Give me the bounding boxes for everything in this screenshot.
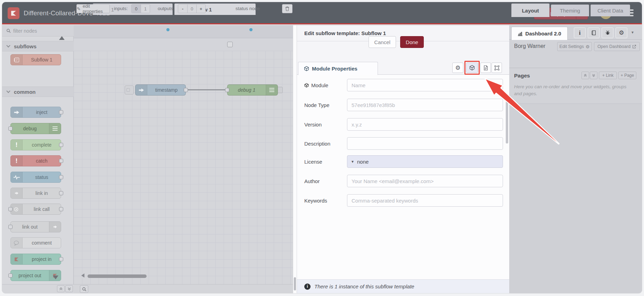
author-label: Author (304, 175, 320, 187)
palette-scroll-down-icon[interactable] (53, 276, 58, 279)
outputs-label: outputs: (158, 6, 174, 11)
output-port[interactable] (59, 257, 63, 261)
node-red-window: Different-Collared-Dove-4521 Deploy ▾ su… (2, 2, 642, 293)
palette-section-subflows[interactable]: subflows (2, 41, 74, 51)
pages-list-area (509, 104, 642, 293)
node-type-input[interactable] (347, 99, 503, 111)
done-button[interactable]: Done (400, 36, 424, 48)
edit-properties-tab-button[interactable]: ⚙ (452, 63, 463, 73)
open-dashboard-button[interactable]: Open Dashboard (594, 42, 640, 51)
subflow-stub-node[interactable] (125, 85, 134, 94)
description-tab-button[interactable] (480, 63, 491, 73)
bar-chart-icon (518, 31, 523, 36)
tab-layout[interactable]: Layout (511, 3, 550, 17)
palette-node-inject[interactable]: inject (10, 107, 61, 118)
license-select[interactable]: ▾ none (347, 155, 503, 168)
move-up-button[interactable] (581, 72, 589, 79)
palette-node-link-call[interactable]: link call (10, 204, 61, 215)
sidebar-expand-caret[interactable]: ▾ (631, 30, 634, 35)
edit-properties-button[interactable]: ✎ edit properties (76, 4, 110, 13)
settings-tab-button[interactable]: ⚙ (616, 27, 627, 38)
palette-section-common[interactable]: common (2, 87, 74, 97)
delete-subflow-button[interactable] (282, 4, 292, 13)
description-input[interactable] (347, 137, 503, 150)
canvas-node-debug-1[interactable]: debug 1 (227, 84, 278, 96)
output-port[interactable] (59, 159, 63, 163)
unsaved-changes-dot (249, 28, 253, 31)
output-port[interactable] (59, 207, 63, 211)
input-port[interactable] (8, 273, 13, 278)
status-node-checkbox[interactable] (227, 42, 233, 47)
move-down-button[interactable] (590, 72, 597, 79)
tray-resize-handle[interactable] (293, 25, 297, 293)
edit-settings-button[interactable]: Edit Settings ⚙ (557, 42, 592, 51)
inputs-toggle[interactable]: 0 1 (131, 4, 150, 13)
canvas-search-button[interactable] (80, 285, 88, 293)
palette-scroll-up-icon[interactable] (59, 36, 65, 40)
outputs-minus-button[interactable]: - (178, 5, 187, 13)
add-page-button[interactable]: + Page (618, 72, 636, 79)
palette-node-status[interactable]: status (10, 172, 61, 183)
output-port[interactable] (59, 191, 63, 195)
double-chevron-up-icon (59, 287, 63, 291)
canvas-node-timestamp[interactable]: timestamp (135, 84, 186, 96)
output-port[interactable] (184, 88, 188, 92)
license-label: License (304, 155, 322, 168)
module-input[interactable] (347, 79, 503, 91)
input-port[interactable] (8, 207, 13, 211)
palette-node-catch[interactable]: ! catch (10, 155, 61, 166)
add-link-button[interactable]: + Link (599, 72, 617, 79)
info-tab-button[interactable]: i (574, 27, 586, 38)
palette-node-comment[interactable]: comment (10, 237, 61, 248)
palette-node-complete[interactable]: ! complete (10, 139, 61, 150)
double-chevron-down-icon (592, 74, 595, 77)
dashboard-project-name: Borg Warner (514, 43, 545, 49)
debug-toggle-button[interactable] (277, 87, 283, 93)
debug-tab-button[interactable] (602, 27, 613, 38)
horizontal-scrollbar[interactable] (88, 274, 147, 278)
output-port[interactable] (59, 175, 63, 179)
output-port[interactable] (59, 143, 63, 147)
tab-dashboard-2[interactable]: Dashboard 2.0 (511, 27, 568, 40)
inputs-option-1[interactable]: 1 (141, 5, 150, 13)
help-tab-button[interactable] (588, 27, 600, 38)
workspace-tab-bar (74, 25, 294, 38)
wire[interactable] (187, 89, 228, 90)
palette-node-link-out[interactable]: link out (10, 221, 61, 232)
dialog-scrollbar-thumb[interactable] (506, 98, 508, 143)
tray-scrollbar-thumb[interactable] (294, 277, 296, 290)
book-icon (591, 30, 596, 35)
tab-client-data[interactable]: Client Data (591, 5, 630, 16)
node-type-label: Node Type (304, 99, 329, 111)
input-port[interactable] (8, 225, 13, 229)
unsaved-changes-dot (166, 28, 170, 31)
outputs-plus-button[interactable]: + (196, 5, 205, 13)
node-red-logo-icon (10, 9, 17, 17)
outputs-stepper[interactable]: - 0 + (178, 4, 206, 13)
module-label: Module (304, 79, 328, 91)
cancel-button[interactable]: Cancel (369, 36, 396, 48)
info-icon: i (304, 283, 311, 290)
layout-frame-icon (494, 65, 499, 71)
keywords-input[interactable] (347, 194, 503, 207)
appearance-tab-button[interactable] (492, 63, 502, 73)
output-port[interactable] (59, 110, 63, 114)
chevron-down-icon (6, 89, 10, 93)
palette-node-debug[interactable]: debug (10, 123, 61, 134)
palette-collapse-down-button[interactable] (65, 285, 73, 292)
input-port[interactable] (8, 126, 13, 131)
version-input[interactable] (347, 118, 503, 131)
scroll-left-icon[interactable] (81, 273, 84, 278)
author-input[interactable] (347, 175, 503, 187)
workspace-footer (74, 284, 294, 293)
palette-filter[interactable]: filter nodes (2, 25, 74, 36)
tab-module-properties[interactable]: Module Properties (298, 62, 378, 75)
palette-node-subflow-1[interactable]: Subflow 1 (10, 54, 61, 65)
input-port[interactable] (225, 88, 229, 92)
description-label: Description (304, 137, 330, 150)
palette-collapse-up-button[interactable] (57, 285, 65, 292)
inputs-option-0[interactable]: 0 (132, 5, 141, 13)
palette-node-project-in[interactable]: project in (10, 254, 61, 265)
tab-theming[interactable]: Theming (551, 5, 589, 16)
palette-node-link-in[interactable]: link in (10, 188, 61, 199)
